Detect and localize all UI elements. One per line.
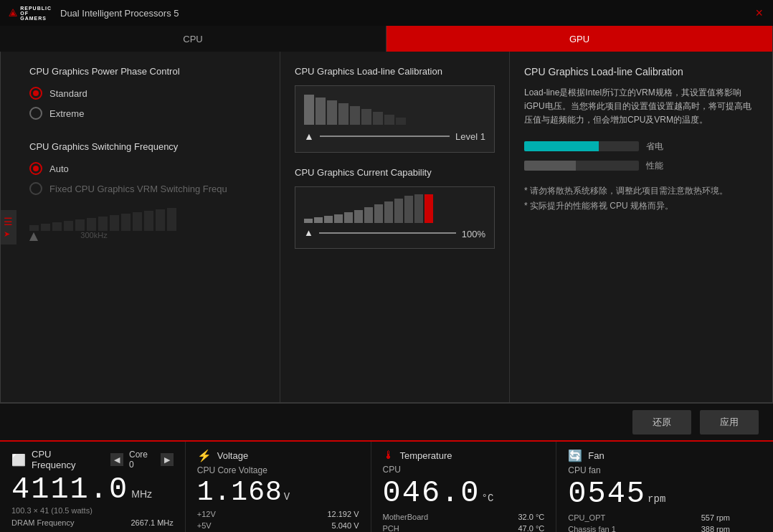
core-label: Core 0 — [126, 450, 158, 470]
voltage-bar-fill-1 — [524, 141, 599, 151]
switching-freq-options: Auto Fixed CPU Graphics VRM Switching Fr… — [29, 162, 258, 195]
cpu-fan-row: 0545 rpm — [568, 477, 730, 511]
cpu-freq-sub: 100.3 × 41 (10.5 watts) — [11, 506, 174, 515]
fan-label-opt: CPU_OPT — [568, 513, 605, 522]
cpu-freq-unit: MHz — [131, 488, 152, 500]
tab-gpu[interactable]: GPU — [386, 26, 773, 52]
radio-extreme[interactable]: Extreme — [29, 107, 258, 120]
cpu-freq-label: CPU Frequency — [32, 449, 98, 470]
voltage-row-1: +5V 5.040 V — [197, 521, 359, 531]
cpu-core-voltage-value: 1.168 — [197, 477, 283, 508]
cpu-core-voltage-unit: V — [284, 491, 290, 503]
level-arrow-icon: ▲ — [304, 130, 314, 142]
power-phase-section: CPU Graphics Power Phase Control Standar… — [29, 66, 258, 120]
notes: * 请勿将散热系统移除，调整此项目需注意散热环境。 * 实际提升的性能将视 CP… — [524, 184, 758, 214]
cpu-temp-value: 046.0 — [383, 476, 480, 510]
temp-rows: MotherBoard 32.0 °C PCH 47.0 °C T_Sensor… — [383, 512, 545, 532]
load-line-slider[interactable]: ▲ Level 1 — [295, 85, 495, 153]
power-phase-title: CPU Graphics Power Phase Control — [29, 66, 258, 77]
cpu-temp-unit: °C — [482, 493, 494, 504]
voltage-row-0: +12V 12.192 V — [197, 509, 359, 519]
cap-indicator-row: ▲ 100% — [304, 226, 485, 239]
main-content: ☰ ➤ CPU Graphics Power Phase Control Sta… — [0, 52, 773, 403]
radio-fixed-indicator — [29, 182, 42, 195]
freq-slider-bars — [29, 205, 258, 231]
temp-val-pch: 47.0 °C — [518, 524, 544, 532]
left-panel: CPU Graphics Power Phase Control Standar… — [1, 52, 280, 402]
radio-extreme-label: Extreme — [49, 108, 84, 119]
radio-standard-indicator — [29, 87, 42, 100]
note-1: * 请勿将散热系统移除，调整此项目需注意散热环境。 — [524, 184, 758, 199]
cpu-fan-label: CPU fan — [568, 465, 730, 475]
voltage-bars: 省电 性能 — [524, 141, 758, 172]
capability-section: CPU Graphics Current Capability — [295, 167, 495, 249]
tab-cpu[interactable]: CPU — [0, 26, 386, 52]
freq-slider-container: 300kHz — [29, 205, 258, 239]
voltage-bar-label-1: 省电 — [646, 141, 663, 153]
radio-auto[interactable]: Auto — [29, 162, 258, 175]
core-nav: ◀ Core 0 ▶ — [110, 450, 174, 470]
temp-label-mb: MotherBoard — [383, 513, 429, 521]
rog-icon — [9, 3, 17, 23]
cpu-freq-icon: ⬜ — [11, 453, 26, 467]
voltage-label-12v: +12V — [197, 510, 216, 518]
cap-value: 100% — [462, 229, 485, 239]
level-indicator: ▲ Level 1 — [304, 130, 485, 142]
cpu-temp-row: 046.0 °C — [383, 476, 545, 510]
tab-bar: CPU GPU — [0, 26, 773, 52]
freq-thumb-row: 300kHz — [29, 231, 158, 239]
dram-freq-row: DRAM Frequency 2667.1 MHz — [11, 518, 174, 528]
radio-standard[interactable]: Standard — [29, 87, 258, 100]
temp-label: Temperature — [400, 450, 452, 461]
cpu-fan-value: 0545 — [568, 477, 646, 511]
cpu-freq-value-row: 4111.0 MHz — [11, 473, 174, 506]
right-panel-desc: Load-line是根据Intel所订立的VRM规格，其设置值将影响iGPU电压… — [524, 86, 758, 128]
level-line — [320, 136, 450, 137]
capability-slider[interactable]: ▲ 100% — [295, 186, 495, 249]
core-prev-button[interactable]: ◀ — [110, 453, 123, 466]
freq-thumb — [29, 232, 38, 241]
voltage-label: Voltage — [217, 450, 248, 461]
capability-title: CPU Graphics Current Capability — [295, 167, 495, 178]
radio-fixed-label: Fixed CPU Graphics VRM Switching Frequ — [49, 184, 227, 194]
sidebar-arrow[interactable]: ☰ ➤ — [1, 210, 16, 244]
fan-row-1: Chassis fan 1 388 rpm — [568, 524, 730, 532]
radio-standard-label: Standard — [49, 88, 87, 99]
fan-label-chassis1: Chassis fan 1 — [568, 525, 616, 532]
fan-icon: 🔄 — [568, 449, 582, 462]
voltage-bar-track-1 — [524, 141, 639, 151]
cpu-frequency-section: ⬜ CPU Frequency ◀ Core 0 ▶ 4111.0 MHz 10… — [0, 442, 186, 532]
voltage-bar-row-2: 性能 — [524, 160, 758, 172]
temp-header: 🌡 Temperature — [383, 449, 545, 462]
voltage-section: ⚡ Voltage CPU Core Voltage 1.168 V +12V … — [186, 442, 371, 532]
status-bar: ⬜ CPU Frequency ◀ Core 0 ▶ 4111.0 MHz 10… — [0, 440, 773, 532]
voltage-icon: ⚡ — [197, 449, 212, 462]
temp-icon: 🌡 — [383, 449, 394, 462]
close-button[interactable]: × — [755, 6, 763, 21]
cap-arrow-icon: ▲ — [304, 227, 313, 238]
voltage-bar-label-2: 性能 — [646, 160, 663, 172]
voltage-val-12v: 12.192 V — [327, 510, 359, 518]
radio-fixed[interactable]: Fixed CPU Graphics VRM Switching Frequ — [29, 182, 258, 195]
voltage-bar-track-2 — [524, 161, 639, 171]
fan-rows: CPU_OPT 557 rpm Chassis fan 1 388 rpm M.… — [568, 513, 730, 532]
restore-button[interactable]: 还原 — [632, 410, 691, 434]
level-label: Level 1 — [455, 131, 485, 142]
voltage-rows: +12V 12.192 V +5V 5.040 V +3.3V 3.360 V … — [197, 509, 359, 532]
cpu-fan-unit: rpm — [648, 493, 665, 505]
cap-bars — [304, 196, 485, 223]
temperature-section: 🌡 Temperature CPU 046.0 °C MotherBoard 3… — [371, 442, 557, 532]
temp-row-1: PCH 47.0 °C — [383, 523, 545, 532]
cpu-freq-header: ⬜ CPU Frequency ◀ Core 0 ▶ — [11, 449, 174, 470]
freq-value: 300kHz — [80, 231, 107, 239]
middle-panel: CPU Graphics Load-line Calibration ▲ — [280, 52, 510, 402]
temp-val-mb: 32.0 °C — [518, 513, 544, 521]
title-bar: REPUBLIC OF GAMERS Dual Intelligent Proc… — [0, 0, 773, 26]
voltage-bar-fill-2 — [524, 161, 576, 171]
apply-button[interactable]: 应用 — [700, 410, 759, 434]
fan-val-chassis1: 388 rpm — [701, 525, 730, 532]
cpu-core-voltage-row: 1.168 V — [197, 477, 359, 508]
voltage-header: ⚡ Voltage — [197, 449, 359, 462]
radio-auto-label: Auto — [49, 163, 69, 174]
core-next-button[interactable]: ▶ — [161, 453, 174, 466]
